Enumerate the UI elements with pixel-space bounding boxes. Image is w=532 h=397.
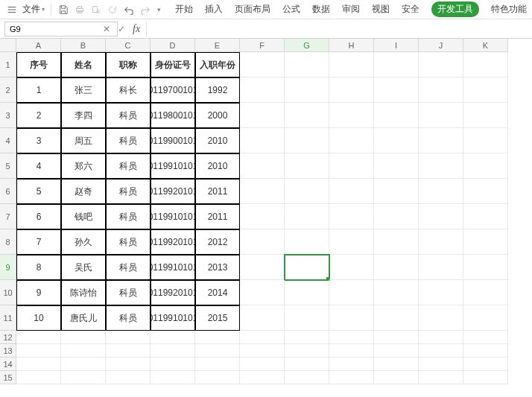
cell-B13[interactable]	[61, 344, 106, 358]
row-header-7[interactable]: 7	[0, 204, 16, 229]
menu-review[interactable]: 审阅	[342, 3, 360, 16]
row-header-10[interactable]: 10	[0, 280, 16, 305]
cell-I9[interactable]	[374, 255, 419, 280]
cell-C9[interactable]: 科员	[106, 255, 151, 280]
cell-D6[interactable]: 0119920101	[151, 179, 195, 204]
cell-K3[interactable]	[463, 103, 508, 128]
col-header-H[interactable]: H	[329, 39, 374, 52]
row-header-15[interactable]: 15	[0, 371, 16, 384]
menu-view[interactable]: 视图	[372, 3, 390, 16]
cell-B8[interactable]: 孙久	[61, 229, 106, 255]
col-header-B[interactable]: B	[61, 39, 106, 52]
cell-F15[interactable]	[240, 371, 285, 384]
cell-I1[interactable]	[374, 52, 419, 77]
cell-G1[interactable]	[285, 52, 329, 77]
menu-icon[interactable]	[4, 2, 19, 17]
cell-I3[interactable]	[374, 103, 419, 128]
spreadsheet-grid[interactable]: ABCDEFGHIJK1序号姓名职称身份证号入职年份21张三科长01197001…	[0, 39, 532, 384]
cell-D1[interactable]: 身份证号	[151, 52, 195, 77]
cell-F8[interactable]	[240, 229, 285, 255]
menu-pagelayout[interactable]: 页面布局	[235, 3, 270, 16]
cell-C14[interactable]	[106, 358, 151, 371]
cell-G5[interactable]	[285, 153, 329, 179]
cell-E14[interactable]	[195, 358, 240, 371]
cell-E6[interactable]: 2011	[195, 179, 240, 204]
cell-B15[interactable]	[61, 371, 106, 384]
cell-G14[interactable]	[285, 358, 329, 371]
cell-G15[interactable]	[285, 371, 329, 384]
menu-devtools[interactable]: 开发工具	[431, 1, 479, 17]
cell-C3[interactable]: 科员	[106, 103, 151, 128]
cell-J3[interactable]	[419, 103, 463, 128]
menu-formula[interactable]: 公式	[282, 3, 300, 16]
row-header-3[interactable]: 3	[0, 103, 16, 128]
cell-E9[interactable]: 2013	[195, 255, 240, 280]
cell-J10[interactable]	[419, 280, 463, 305]
cell-G9[interactable]	[285, 255, 329, 280]
cell-J12[interactable]	[419, 331, 463, 344]
cell-I2[interactable]	[374, 77, 419, 103]
cell-F1[interactable]	[240, 52, 285, 77]
cell-J8[interactable]	[419, 229, 463, 255]
cell-D9[interactable]: 0119910101	[151, 255, 195, 280]
row-header-8[interactable]: 8	[0, 229, 16, 255]
cell-E8[interactable]: 2012	[195, 229, 240, 255]
cell-I13[interactable]	[374, 344, 419, 358]
col-header-D[interactable]: D	[151, 39, 195, 52]
cell-D14[interactable]	[151, 358, 195, 371]
cell-F4[interactable]	[240, 128, 285, 153]
cell-F3[interactable]	[240, 103, 285, 128]
cell-K15[interactable]	[463, 371, 508, 384]
cell-H8[interactable]	[329, 229, 374, 255]
col-header-K[interactable]: K	[463, 39, 508, 52]
cell-E12[interactable]	[195, 331, 240, 344]
cell-A14[interactable]	[16, 358, 61, 371]
accept-icon[interactable]: ✓	[118, 24, 125, 34]
col-header-J[interactable]: J	[419, 39, 463, 52]
cell-K6[interactable]	[463, 179, 508, 204]
toolbar-overflow-icon[interactable]: ▾	[154, 2, 163, 17]
row-header-2[interactable]: 2	[0, 77, 16, 103]
cell-K1[interactable]	[463, 52, 508, 77]
cell-E15[interactable]	[195, 371, 240, 384]
save-icon[interactable]	[56, 2, 71, 17]
cell-D3[interactable]: 0119800101	[151, 103, 195, 128]
menu-start[interactable]: 开始	[175, 3, 193, 16]
cell-B3[interactable]: 李四	[61, 103, 106, 128]
cell-E2[interactable]: 1992	[195, 77, 240, 103]
cell-H14[interactable]	[329, 358, 374, 371]
cell-F12[interactable]	[240, 331, 285, 344]
cell-G13[interactable]	[285, 344, 329, 358]
cell-A1[interactable]: 序号	[16, 52, 61, 77]
print-preview-icon[interactable]	[89, 2, 104, 17]
cell-G11[interactable]	[285, 305, 329, 331]
redo-icon[interactable]	[138, 2, 153, 17]
menu-insert[interactable]: 插入	[205, 3, 223, 16]
col-header-I[interactable]: I	[374, 39, 419, 52]
cell-D7[interactable]: 0119910101	[151, 204, 195, 229]
cell-H10[interactable]	[329, 280, 374, 305]
cell-B2[interactable]: 张三	[61, 77, 106, 103]
cell-G3[interactable]	[285, 103, 329, 128]
cell-C13[interactable]	[106, 344, 151, 358]
cell-H12[interactable]	[329, 331, 374, 344]
cell-F7[interactable]	[240, 204, 285, 229]
cell-A10[interactable]: 9	[16, 280, 61, 305]
cell-I14[interactable]	[374, 358, 419, 371]
cell-I4[interactable]	[374, 128, 419, 153]
cell-J11[interactable]	[419, 305, 463, 331]
cell-D15[interactable]	[151, 371, 195, 384]
cell-G7[interactable]	[285, 204, 329, 229]
col-header-E[interactable]: E	[195, 39, 240, 52]
menu-features[interactable]: 特色功能	[491, 3, 527, 16]
cell-B1[interactable]: 姓名	[61, 52, 106, 77]
row-header-13[interactable]: 13	[0, 344, 16, 358]
cell-E3[interactable]: 2000	[195, 103, 240, 128]
cell-K8[interactable]	[463, 229, 508, 255]
cell-F13[interactable]	[240, 344, 285, 358]
cell-D8[interactable]: 0119920101	[151, 229, 195, 255]
row-header-1[interactable]: 1	[0, 52, 16, 77]
cell-I15[interactable]	[374, 371, 419, 384]
cell-J13[interactable]	[419, 344, 463, 358]
cell-H6[interactable]	[329, 179, 374, 204]
